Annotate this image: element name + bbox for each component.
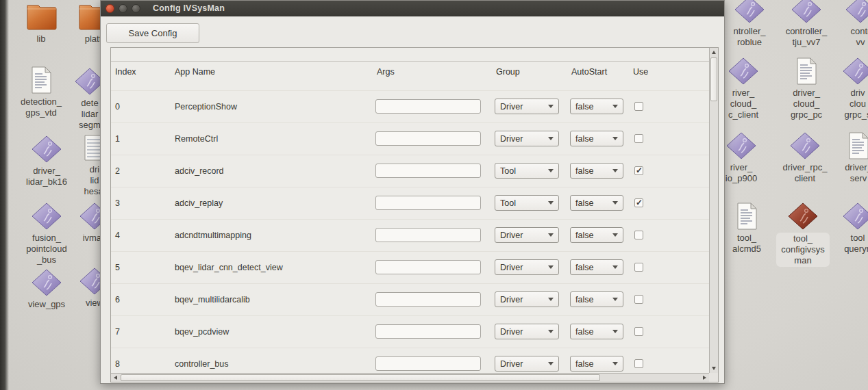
autostart-select[interactable]: false <box>570 356 623 372</box>
args-input[interactable] <box>375 131 481 146</box>
group-select[interactable]: Driver <box>495 227 559 243</box>
app-diamond-icon <box>726 132 756 159</box>
icon-label: clou <box>850 99 866 109</box>
header-use: Use <box>633 67 648 77</box>
icon-label: driver_ <box>845 162 868 173</box>
vertical-scroll-thumb[interactable] <box>710 57 717 101</box>
use-checkbox[interactable] <box>634 134 643 143</box>
group-select-value: Driver <box>500 327 523 337</box>
icon-label: configivsys <box>781 244 825 255</box>
args-input[interactable] <box>375 228 481 242</box>
dropdown-arrow-icon <box>548 362 554 365</box>
autostart-select[interactable]: false <box>570 291 623 307</box>
args-input[interactable] <box>375 164 481 178</box>
icon-label: river_ <box>732 88 755 99</box>
use-checkbox[interactable] <box>634 327 643 336</box>
group-select[interactable]: Tool <box>495 195 559 211</box>
group-select[interactable]: Tool <box>495 163 559 179</box>
app-diamond-red-icon <box>788 203 818 230</box>
icon-label: dete <box>81 98 98 109</box>
group-select[interactable]: Driver <box>495 291 559 307</box>
dropdown-arrow-icon <box>612 169 618 172</box>
icon-label: contr <box>851 26 868 37</box>
icon-label: _bus <box>37 255 56 265</box>
icon-label: pointcloud <box>26 244 66 255</box>
row-app-name: controller_bus <box>175 359 370 369</box>
autostart-select[interactable]: false <box>570 259 623 275</box>
autostart-select[interactable]: false <box>570 324 623 339</box>
dropdown-arrow-icon <box>612 362 618 365</box>
autostart-select[interactable]: false <box>570 163 623 179</box>
desktop-icon[interactable]: toolqueryn <box>820 203 868 255</box>
horizontal-scroll-thumb[interactable] <box>121 374 600 381</box>
use-checkbox[interactable] <box>634 102 643 111</box>
save-config-button[interactable]: Save Config <box>106 23 199 43</box>
group-select[interactable]: Driver <box>495 131 559 146</box>
icon-label-block: drivclougrpc_s <box>844 88 868 120</box>
autostart-select[interactable]: false <box>570 99 623 114</box>
icon-label: client <box>795 173 815 184</box>
scroll-right-icon[interactable] <box>700 374 709 382</box>
table-row: 6 bqev_multilidarcalib Driver false <box>111 283 709 316</box>
maximize-icon[interactable] <box>132 4 140 13</box>
vertical-scrollbar[interactable] <box>709 48 718 373</box>
icon-label: river_ <box>730 162 753 173</box>
desktop-icon[interactable]: driver_serv <box>821 132 868 184</box>
args-input[interactable] <box>375 99 481 114</box>
dropdown-arrow-icon <box>612 137 618 140</box>
args-input[interactable] <box>375 196 481 210</box>
table-row: 0 PerceptionShow Driver false <box>111 90 709 123</box>
use-checkbox[interactable] <box>634 231 643 239</box>
row-index: 4 <box>115 231 156 240</box>
dropdown-arrow-icon <box>548 137 554 140</box>
horizontal-scrollbar[interactable] <box>111 373 709 382</box>
group-select[interactable]: Driver <box>495 356 559 372</box>
icon-label: driver_ <box>793 88 820 99</box>
group-select[interactable]: Driver <box>495 324 559 339</box>
use-checkbox[interactable] <box>634 198 643 207</box>
icon-label: dri <box>90 164 99 175</box>
args-input[interactable] <box>375 324 481 339</box>
use-checkbox[interactable] <box>634 166 643 175</box>
group-select-value: Driver <box>500 263 523 272</box>
args-input[interactable] <box>375 260 481 274</box>
autostart-select[interactable]: false <box>570 131 623 146</box>
window-titlebar[interactable]: Config IVSysMan <box>101 1 724 16</box>
icon-label: controller_ <box>786 26 828 37</box>
desktop-icon[interactable]: contrvv <box>823 0 868 48</box>
desktop-icon[interactable]: drivclougrpc_s <box>820 57 868 120</box>
icon-label: ntroller_ <box>734 26 766 37</box>
group-select[interactable]: Driver <box>495 259 559 275</box>
icon-label-block: detelidarsegm <box>79 98 101 131</box>
scroll-up-icon[interactable] <box>710 48 718 57</box>
row-app-name: PerceptionShow <box>175 102 370 112</box>
icon-label-block: ntroller_roblue <box>734 26 766 48</box>
header-app-name: App Name <box>175 67 215 77</box>
text-file-icon <box>30 66 52 94</box>
autostart-select-value: false <box>575 295 593 304</box>
close-icon[interactable] <box>106 4 114 13</box>
row-index: 6 <box>115 295 156 304</box>
args-input[interactable] <box>375 356 481 371</box>
autostart-select[interactable]: false <box>570 195 623 211</box>
icon-label: tool_ <box>793 233 813 244</box>
screen-edge-shadow <box>0 0 9 390</box>
group-select[interactable]: Driver <box>495 99 559 114</box>
use-checkbox[interactable] <box>634 359 643 368</box>
use-checkbox[interactable] <box>634 295 643 304</box>
minimize-icon[interactable] <box>119 4 127 13</box>
header-args: Args <box>377 67 395 77</box>
args-input[interactable] <box>375 292 481 307</box>
app-diamond-icon <box>791 0 821 23</box>
app-diamond-icon <box>734 0 765 23</box>
group-select-value: Tool <box>500 166 516 176</box>
scroll-down-icon[interactable] <box>710 364 718 373</box>
autostart-select[interactable]: false <box>570 227 623 243</box>
table-row: 1 RemoteCtrl Driver false <box>111 122 709 155</box>
icon-label: man <box>794 255 811 266</box>
table-row: 4 adcndtmultimapping Driver false <box>111 219 709 252</box>
icon-label: tool <box>851 233 865 244</box>
use-checkbox[interactable] <box>634 263 643 272</box>
group-select-value: Tool <box>500 198 516 208</box>
scroll-left-icon[interactable] <box>111 374 120 382</box>
